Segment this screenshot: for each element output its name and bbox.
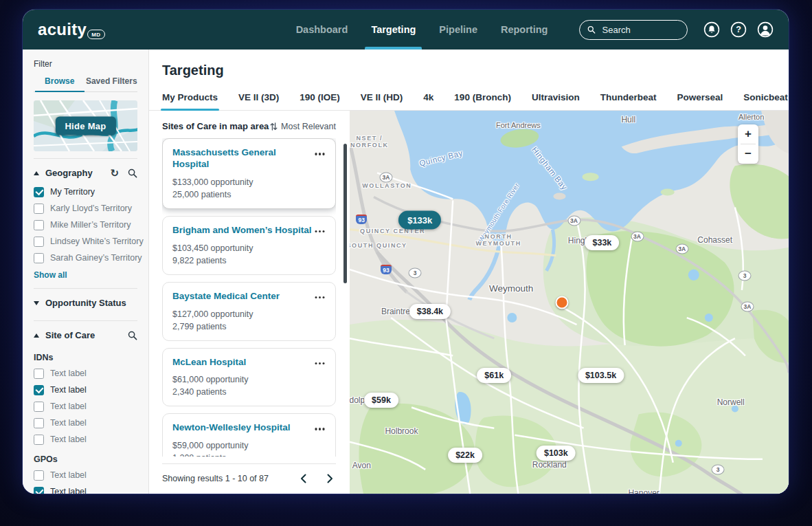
show-all-link[interactable]: Show all [34,270,67,280]
opportunity-pill[interactable]: $38.4k [409,304,451,319]
section-search-icon[interactable] [128,168,137,178]
opportunity-status-section-header[interactable]: Opportunity Status [34,289,137,314]
product-tab[interactable]: 190 (IOE) [300,89,340,110]
expand-icon[interactable] [34,301,39,305]
map-canvas[interactable] [350,111,789,494]
site-card[interactable]: Massachusetts General Hospital $133,000 … [162,138,336,209]
opportunity-value: $127,000 opportunity [172,309,326,319]
opportunity-value: $103,450 opportunity [172,243,326,253]
checkbox[interactable] [34,385,44,395]
site-marker-dot[interactable] [555,296,568,309]
checkbox[interactable] [34,435,44,445]
site-name-link[interactable]: McLean Hospital [172,357,251,369]
product-tab[interactable]: 4k [423,89,433,110]
nav-item[interactable]: Reporting [501,10,548,50]
account-icon[interactable] [757,21,774,38]
filter-sidebar: Filter Browse Saved Filters [23,50,149,494]
opportunity-pill[interactable]: $61k [477,368,511,383]
collapse-icon[interactable] [34,333,39,338]
opportunity-pill[interactable]: $103.5k [578,368,624,383]
product-tab[interactable]: VE II (3D) [238,89,279,110]
checkbox[interactable] [34,204,44,214]
territory-checkbox-row[interactable]: Mike Miller’s Territory [34,217,137,233]
help-icon[interactable]: ? [730,21,747,38]
map-area[interactable]: Fort Andrews Hull Allerton Quincy Bay Hi… [350,111,789,494]
more-options-icon[interactable] [318,147,326,157]
collapse-icon[interactable] [34,171,39,175]
zoom-in-button[interactable]: + [738,124,758,144]
search-icon [587,25,596,34]
product-tab[interactable]: Ultravision [532,89,580,110]
opportunity-pill[interactable]: $33k [585,235,620,250]
checkbox-label: Sarah Gainey’s Territory [50,253,142,263]
global-search[interactable] [579,20,688,40]
checkbox[interactable] [34,369,44,379]
site-name-link[interactable]: Newton-Wellesley Hospital [172,422,296,434]
section-search-icon[interactable] [128,331,137,340]
acuitymd-logo[interactable]: acuity MD [38,21,105,38]
product-tab[interactable]: Sonicbeat [743,89,788,110]
nav-item[interactable]: Pipeline [439,10,477,50]
nav-item[interactable]: Dashboard [296,10,348,50]
sidebar-tab[interactable]: Saved Filters [86,76,138,91]
sort-control[interactable]: Most Relevant [270,122,336,131]
sidebar-tab[interactable]: Browse [34,76,86,91]
product-tab[interactable]: My Products [162,89,218,110]
product-tab[interactable]: 190 (Bronch) [454,89,511,110]
nav-item[interactable]: Targeting [371,10,416,50]
opportunity-value: $133,000 opportunity [172,177,326,187]
product-tab[interactable]: VE II (HD) [361,89,403,110]
site-name-link[interactable]: Baystate Medical Center [172,291,285,303]
checkbox[interactable] [34,487,44,494]
idn-checkbox-row[interactable]: Text label [34,398,137,415]
idn-checkbox-row[interactable]: Text label [34,431,137,448]
opportunity-pill[interactable]: $133k [398,210,441,229]
checkbox[interactable] [34,402,44,412]
opportunity-pill[interactable]: $22k [448,448,482,463]
territory-checkbox-row[interactable]: Karly Lloyd’s Territory [34,200,137,217]
refresh-icon[interactable]: ↻ [110,168,119,178]
checkbox[interactable] [34,418,44,428]
next-page-button[interactable] [327,474,333,483]
more-options-icon[interactable] [318,291,326,300]
territory-checkbox-row[interactable]: Sarah Gainey’s Territory [34,250,137,266]
site-card[interactable]: Baystate Medical Center $127,000 opportu… [162,282,336,341]
results-header: Sites of Care in map area [162,121,269,131]
site-name-link[interactable]: Brigham and Women’s Hospital [172,225,317,237]
checkbox-label: Text label [50,402,87,411]
notifications-bell-icon[interactable] [703,21,720,38]
checkbox-label: Text label [50,435,87,444]
gpo-checkbox-row[interactable]: Text label [34,483,137,494]
list-scrollbar[interactable] [343,144,347,283]
checkbox[interactable] [34,470,44,481]
idn-checkbox-row[interactable]: Text label [34,365,137,382]
site-of-care-section-header[interactable]: Site of Care [34,321,137,346]
site-card[interactable]: McLean Hospital $61,000 opportunity 2,34… [162,348,336,407]
checkbox[interactable] [34,187,44,197]
opportunity-pill[interactable]: $59k [364,393,398,408]
idn-checkbox-row[interactable]: Text label [34,382,137,398]
geography-section-header[interactable]: Geography ↻ [34,159,137,184]
more-options-icon[interactable] [318,422,326,432]
checkbox[interactable] [34,253,44,263]
more-options-icon[interactable] [318,357,326,366]
search-input[interactable] [601,24,679,36]
checkbox[interactable] [34,237,44,247]
checkbox[interactable] [34,220,44,230]
zoom-out-button[interactable]: − [738,144,758,164]
site-card[interactable]: Brigham and Women’s Hospital $103,450 op… [162,216,336,275]
hide-map-button[interactable]: Hide Map [55,117,115,135]
site-name-link[interactable]: Massachusetts General Hospital [172,147,318,171]
gpo-checkbox-row[interactable]: Text label [34,467,137,483]
site-card[interactable]: Newton-Wellesley Hospital $59,000 opport… [162,413,336,457]
product-tab[interactable]: Powerseal [677,89,723,110]
product-tab[interactable]: Thunderbeat [600,89,657,110]
territory-checkbox-row[interactable]: My Territory [34,184,137,200]
map-thumbnail: Hide Map [34,100,137,151]
previous-page-button[interactable] [300,474,306,483]
opportunity-pill[interactable]: $103k [537,446,576,461]
idn-checkbox-row[interactable]: Text label [34,415,137,431]
territory-checkbox-row[interactable]: Lindsey White’s Territory [34,233,137,250]
logo-text: acuity [38,21,87,38]
more-options-icon[interactable] [318,225,326,234]
